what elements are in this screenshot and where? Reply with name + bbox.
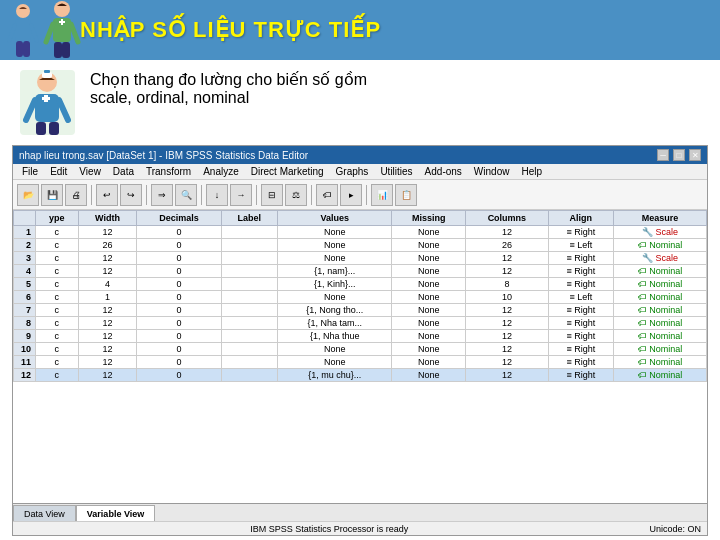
cell-values[interactable]: {1, Nha tam... [277,317,392,330]
cell-measure[interactable]: 🏷 Nominal [614,343,707,356]
cell-label[interactable] [221,304,277,317]
cell-width[interactable]: 12 [78,317,137,330]
cell-label[interactable] [221,265,277,278]
cell-width[interactable]: 12 [78,343,137,356]
cell-measure[interactable]: 🏷 Nominal [614,330,707,343]
cell-label[interactable] [221,239,277,252]
cell-measure[interactable]: 🏷 Nominal [614,356,707,369]
cell-dec[interactable]: 0 [137,252,221,265]
tab-variable-view[interactable]: Variable View [76,505,155,521]
cell-cols[interactable]: 12 [466,226,548,239]
toolbar-weight-btn[interactable]: ⚖ [285,184,307,206]
cell-width[interactable]: 12 [78,226,137,239]
cell-width[interactable]: 12 [78,330,137,343]
menu-file[interactable]: File [17,166,43,177]
menu-utilities[interactable]: Utilities [375,166,417,177]
col-columns[interactable]: Columns [466,211,548,226]
cell-measure[interactable]: 🏷 Nominal [614,369,707,382]
col-align[interactable]: Align [548,211,614,226]
cell-measure[interactable]: 🔧 Scale [614,226,707,239]
cell-dec[interactable]: 0 [137,317,221,330]
cell-dec[interactable]: 0 [137,356,221,369]
cell-width[interactable]: 1 [78,291,137,304]
toolbar-pivot-btn[interactable]: 📋 [395,184,417,206]
cell-width[interactable]: 12 [78,304,137,317]
cell-type[interactable]: c [36,330,79,343]
cell-missing[interactable]: None [392,252,466,265]
cell-label[interactable] [221,252,277,265]
cell-measure[interactable]: 🏷 Nominal [614,239,707,252]
toolbar-insert-var-btn[interactable]: ↓ [206,184,228,206]
toolbar-split-btn[interactable]: ⊟ [261,184,283,206]
cell-type[interactable]: c [36,239,79,252]
cell-type[interactable]: c [36,356,79,369]
cell-dec[interactable]: 0 [137,330,221,343]
cell-cols[interactable]: 12 [466,304,548,317]
toolbar-goto-btn[interactable]: ⇒ [151,184,173,206]
cell-label[interactable] [221,226,277,239]
cell-width[interactable]: 12 [78,252,137,265]
menu-addons[interactable]: Add-ons [420,166,467,177]
menu-data[interactable]: Data [108,166,139,177]
menu-edit[interactable]: Edit [45,166,72,177]
cell-dec[interactable]: 0 [137,304,221,317]
cell-type[interactable]: c [36,291,79,304]
cell-missing[interactable]: None [392,265,466,278]
cell-cols[interactable]: 12 [466,330,548,343]
cell-values[interactable]: None [277,252,392,265]
cell-measure[interactable]: 🏷 Nominal [614,304,707,317]
toolbar-valuelab-btn[interactable]: 🏷 [316,184,338,206]
cell-label[interactable] [221,356,277,369]
tab-data-view[interactable]: Data View [13,505,76,521]
cell-align[interactable]: ≡ Right [548,317,614,330]
cell-dec[interactable]: 0 [137,226,221,239]
toolbar-redo-btn[interactable]: ↪ [120,184,142,206]
cell-missing[interactable]: None [392,369,466,382]
toolbar-print-btn[interactable]: 🖨 [65,184,87,206]
cell-dec[interactable]: 0 [137,239,221,252]
cell-width[interactable]: 12 [78,265,137,278]
toolbar-chart-btn[interactable]: 📊 [371,184,393,206]
cell-align[interactable]: ≡ Right [548,304,614,317]
cell-label[interactable] [221,317,277,330]
cell-missing[interactable]: None [392,278,466,291]
cell-dec[interactable]: 0 [137,265,221,278]
cell-type[interactable]: c [36,369,79,382]
menu-graphs[interactable]: Graphs [331,166,374,177]
menu-analyze[interactable]: Analyze [198,166,244,177]
cell-type[interactable]: c [36,226,79,239]
cell-values[interactable]: None [277,343,392,356]
cell-values[interactable]: {1, Nha thue [277,330,392,343]
cell-values[interactable]: None [277,239,392,252]
cell-cols[interactable]: 12 [466,317,548,330]
cell-label[interactable] [221,278,277,291]
cell-values[interactable]: {1, Kinh}... [277,278,392,291]
cell-type[interactable]: c [36,304,79,317]
cell-width[interactable]: 26 [78,239,137,252]
close-button[interactable]: ✕ [689,149,701,161]
cell-missing[interactable]: None [392,317,466,330]
cell-values[interactable]: None [277,356,392,369]
toolbar-save-btn[interactable]: 💾 [41,184,63,206]
cell-align[interactable]: ≡ Left [548,239,614,252]
cell-cols[interactable]: 12 [466,252,548,265]
toolbar-more-btn[interactable]: ▸ [340,184,362,206]
cell-missing[interactable]: None [392,343,466,356]
col-width[interactable]: Width [78,211,137,226]
menu-transform[interactable]: Transform [141,166,196,177]
cell-measure[interactable]: 🏷 Nominal [614,291,707,304]
cell-cols[interactable]: 8 [466,278,548,291]
cell-align[interactable]: ≡ Right [548,356,614,369]
cell-missing[interactable]: None [392,239,466,252]
cell-dec[interactable]: 0 [137,291,221,304]
cell-values[interactable]: None [277,226,392,239]
cell-align[interactable]: ≡ Right [548,330,614,343]
cell-label[interactable] [221,291,277,304]
cell-type[interactable]: c [36,278,79,291]
cell-label[interactable] [221,369,277,382]
cell-align[interactable]: ≡ Right [548,265,614,278]
cell-measure[interactable]: 🔧 Scale [614,252,707,265]
cell-dec[interactable]: 0 [137,278,221,291]
col-values[interactable]: Values [277,211,392,226]
maximize-button[interactable]: □ [673,149,685,161]
